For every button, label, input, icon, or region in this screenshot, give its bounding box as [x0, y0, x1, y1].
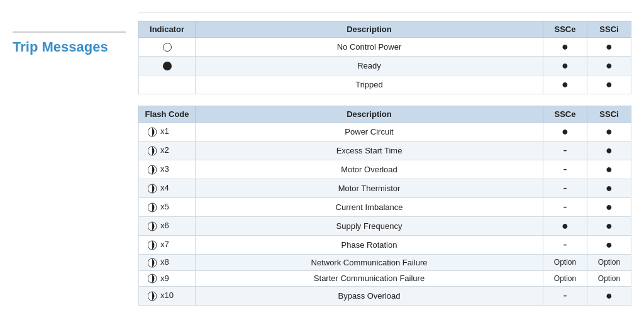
table2-description-cell: Motor Thermistor [196, 179, 543, 198]
flash-code-label: x9 [160, 274, 169, 283]
table2-ssci-cell: ● [587, 236, 631, 255]
table2-flashcode-cell: x1 [139, 123, 196, 141]
table2-ssci-cell: ● [587, 287, 631, 306]
table2-description-cell: Motor Overload [196, 160, 543, 179]
circle-empty-icon [163, 43, 172, 52]
table2-header-description: Description [196, 106, 543, 123]
table2-ssce-cell: Option [543, 255, 587, 271]
table2-flashcode-cell: x7 [139, 236, 196, 255]
table1-ssce-cell: ● [543, 75, 587, 94]
table2-description-cell: Bypass Overload [196, 287, 543, 306]
table1-ssci-cell: ● [587, 38, 631, 57]
table2-description-cell: Power Circuit [196, 123, 543, 141]
table2-ssci-cell: ● [587, 179, 631, 198]
table2-ssci-cell: ● [587, 123, 631, 141]
table2-ssce-cell: - [543, 160, 587, 179]
table2-ssci-cell: ● [587, 141, 631, 160]
flash-icon [148, 202, 159, 213]
table2-ssci-cell: Option [587, 255, 631, 271]
table1-ssci-cell: ● [587, 75, 631, 94]
flash-code-label: x8 [160, 257, 169, 267]
table2-ssci-cell: ● [587, 217, 631, 236]
flash-code-label: x4 [160, 183, 169, 192]
table2-ssce-cell: Option [543, 270, 587, 287]
table1-indicator-cell [139, 38, 196, 57]
table1-ssce-cell: ● [543, 38, 587, 57]
flash-code-label: x10 [160, 290, 174, 300]
table2-ssci-cell: Option [587, 270, 631, 287]
flash-icon [148, 127, 159, 137]
table2-flashcode-cell: x10 [139, 287, 196, 306]
flash-icon [148, 184, 159, 194]
flash-code-label: x2 [160, 145, 169, 155]
flash-icon [148, 146, 159, 156]
flash-code-label: x7 [160, 240, 169, 249]
page-title: Trip Messages [13, 31, 126, 55]
table2-header-flashcode: Flash Code [139, 106, 196, 123]
flash-code-label: x5 [160, 202, 169, 211]
table1-indicator-cell [139, 75, 196, 94]
table1-indicator-cell [139, 57, 196, 75]
table2-description-cell: Network Communication Failure [196, 255, 543, 271]
table1-ssci-cell: ● [587, 57, 631, 75]
table2-flashcode-cell: x3 [139, 160, 196, 179]
table1-header-description: Description [196, 21, 543, 38]
table2-flashcode-cell: x5 [139, 198, 196, 217]
flash-icon [148, 240, 159, 250]
table2-ssce-cell: - [543, 236, 587, 255]
table2-ssce-cell: - [543, 198, 587, 217]
table2-description-cell: Excess Start Time [196, 141, 543, 160]
table2-flashcode-cell: x9 [139, 270, 196, 287]
table2-ssci-cell: ● [587, 160, 631, 179]
flash-code-label: x3 [160, 164, 169, 174]
flash-icon [148, 221, 159, 231]
table2-ssce-cell: - [543, 179, 587, 198]
table2-flashcode-cell: x4 [139, 179, 196, 198]
table2-description-cell: Phase Rotation [196, 236, 543, 255]
table2-description-cell: Supply Frequency [196, 217, 543, 236]
table2-ssce-cell: - [543, 141, 587, 160]
table2-flashcode-cell: x6 [139, 217, 196, 236]
table1-description-cell: No Control Power [196, 38, 543, 57]
table2-ssci-cell: ● [587, 198, 631, 217]
table2-flashcode-cell: x8 [139, 255, 196, 271]
table2-header-ssce: SSCe [543, 106, 587, 123]
flash-icon [148, 274, 159, 284]
table2-flashcode-cell: x2 [139, 141, 196, 160]
flash-icon [148, 291, 159, 301]
table2-ssce-cell: ● [543, 217, 587, 236]
table1-header-indicator: Indicator [139, 21, 196, 38]
indicator-table: Indicator Description SSCe SSCi No Contr… [138, 21, 631, 94]
table1-header-ssce: SSCe [543, 21, 587, 38]
table2-ssce-cell: - [543, 287, 587, 306]
table1-description-cell: Tripped [196, 75, 543, 94]
circle-filled-icon [163, 62, 172, 70]
table2-description-cell: Starter Communication Failure [196, 270, 543, 287]
table2-ssce-cell: ● [543, 123, 587, 141]
flash-icon [148, 165, 159, 175]
flash-code-label: x6 [160, 221, 169, 230]
table2-description-cell: Current Imbalance [196, 198, 543, 217]
flash-icon [148, 258, 159, 268]
flash-code-table: Flash Code Description SSCe SSCi x1Power… [138, 106, 631, 306]
flash-code-label: x1 [160, 126, 169, 136]
table1-header-ssci: SSCi [587, 21, 631, 38]
table1-description-cell: Ready [196, 57, 543, 75]
table2-header-ssci: SSCi [587, 106, 631, 123]
table1-ssce-cell: ● [543, 57, 587, 75]
